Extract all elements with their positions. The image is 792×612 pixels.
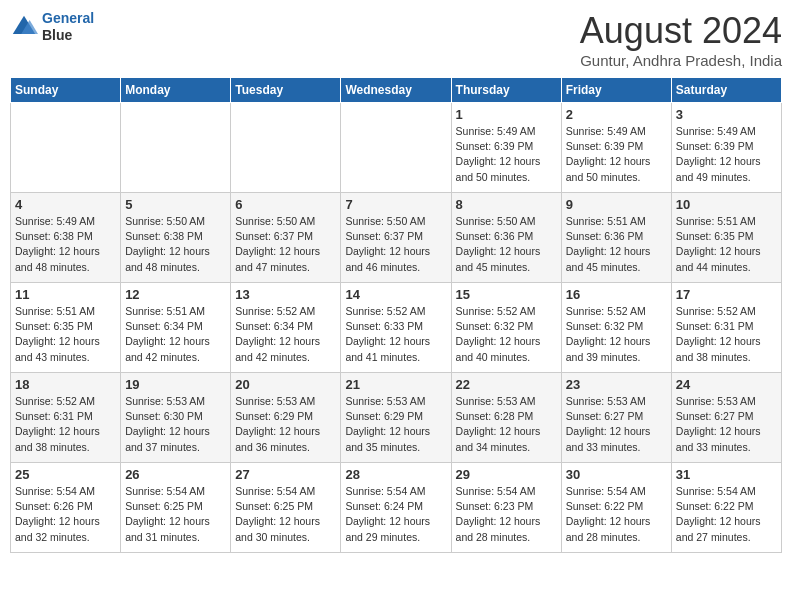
- calendar-cell: 4Sunrise: 5:49 AMSunset: 6:38 PMDaylight…: [11, 193, 121, 283]
- calendar-cell: 8Sunrise: 5:50 AMSunset: 6:36 PMDaylight…: [451, 193, 561, 283]
- logo-text: General Blue: [42, 10, 94, 44]
- day-detail: Sunrise: 5:49 AMSunset: 6:39 PMDaylight:…: [456, 124, 557, 185]
- day-detail: Sunrise: 5:51 AMSunset: 6:35 PMDaylight:…: [676, 214, 777, 275]
- logo-icon: [10, 13, 38, 41]
- day-number: 2: [566, 107, 667, 122]
- day-number: 5: [125, 197, 226, 212]
- calendar-cell: 6Sunrise: 5:50 AMSunset: 6:37 PMDaylight…: [231, 193, 341, 283]
- day-detail: Sunrise: 5:49 AMSunset: 6:38 PMDaylight:…: [15, 214, 116, 275]
- day-detail: Sunrise: 5:50 AMSunset: 6:38 PMDaylight:…: [125, 214, 226, 275]
- calendar-cell: 23Sunrise: 5:53 AMSunset: 6:27 PMDayligh…: [561, 373, 671, 463]
- weekday-header-row: SundayMondayTuesdayWednesdayThursdayFrid…: [11, 78, 782, 103]
- calendar-cell: [121, 103, 231, 193]
- day-number: 31: [676, 467, 777, 482]
- day-number: 22: [456, 377, 557, 392]
- weekday-header-tuesday: Tuesday: [231, 78, 341, 103]
- calendar-cell: [11, 103, 121, 193]
- day-detail: Sunrise: 5:50 AMSunset: 6:37 PMDaylight:…: [235, 214, 336, 275]
- day-number: 26: [125, 467, 226, 482]
- calendar-cell: 29Sunrise: 5:54 AMSunset: 6:23 PMDayligh…: [451, 463, 561, 553]
- day-number: 24: [676, 377, 777, 392]
- day-number: 7: [345, 197, 446, 212]
- calendar-cell: 17Sunrise: 5:52 AMSunset: 6:31 PMDayligh…: [671, 283, 781, 373]
- day-detail: Sunrise: 5:52 AMSunset: 6:33 PMDaylight:…: [345, 304, 446, 365]
- calendar-table: SundayMondayTuesdayWednesdayThursdayFrid…: [10, 77, 782, 553]
- day-number: 16: [566, 287, 667, 302]
- calendar-cell: 3Sunrise: 5:49 AMSunset: 6:39 PMDaylight…: [671, 103, 781, 193]
- day-detail: Sunrise: 5:54 AMSunset: 6:25 PMDaylight:…: [235, 484, 336, 545]
- day-detail: Sunrise: 5:52 AMSunset: 6:34 PMDaylight:…: [235, 304, 336, 365]
- day-detail: Sunrise: 5:51 AMSunset: 6:35 PMDaylight:…: [15, 304, 116, 365]
- day-detail: Sunrise: 5:50 AMSunset: 6:36 PMDaylight:…: [456, 214, 557, 275]
- day-number: 6: [235, 197, 336, 212]
- calendar-cell: 14Sunrise: 5:52 AMSunset: 6:33 PMDayligh…: [341, 283, 451, 373]
- day-detail: Sunrise: 5:53 AMSunset: 6:29 PMDaylight:…: [235, 394, 336, 455]
- day-number: 13: [235, 287, 336, 302]
- day-number: 30: [566, 467, 667, 482]
- day-number: 14: [345, 287, 446, 302]
- calendar-cell: 2Sunrise: 5:49 AMSunset: 6:39 PMDaylight…: [561, 103, 671, 193]
- weekday-header-wednesday: Wednesday: [341, 78, 451, 103]
- calendar-cell: 31Sunrise: 5:54 AMSunset: 6:22 PMDayligh…: [671, 463, 781, 553]
- day-number: 11: [15, 287, 116, 302]
- day-detail: Sunrise: 5:53 AMSunset: 6:27 PMDaylight:…: [566, 394, 667, 455]
- calendar-cell: 26Sunrise: 5:54 AMSunset: 6:25 PMDayligh…: [121, 463, 231, 553]
- day-number: 18: [15, 377, 116, 392]
- calendar-header: SundayMondayTuesdayWednesdayThursdayFrid…: [11, 78, 782, 103]
- calendar-cell: 21Sunrise: 5:53 AMSunset: 6:29 PMDayligh…: [341, 373, 451, 463]
- calendar-cell: 19Sunrise: 5:53 AMSunset: 6:30 PMDayligh…: [121, 373, 231, 463]
- calendar-cell: 28Sunrise: 5:54 AMSunset: 6:24 PMDayligh…: [341, 463, 451, 553]
- day-detail: Sunrise: 5:53 AMSunset: 6:30 PMDaylight:…: [125, 394, 226, 455]
- month-title: August 2024: [580, 10, 782, 52]
- day-number: 28: [345, 467, 446, 482]
- day-detail: Sunrise: 5:54 AMSunset: 6:22 PMDaylight:…: [676, 484, 777, 545]
- day-number: 15: [456, 287, 557, 302]
- weekday-header-monday: Monday: [121, 78, 231, 103]
- day-detail: Sunrise: 5:54 AMSunset: 6:25 PMDaylight:…: [125, 484, 226, 545]
- day-detail: Sunrise: 5:49 AMSunset: 6:39 PMDaylight:…: [566, 124, 667, 185]
- calendar-cell: 20Sunrise: 5:53 AMSunset: 6:29 PMDayligh…: [231, 373, 341, 463]
- logo: General Blue: [10, 10, 94, 44]
- calendar-cell: 16Sunrise: 5:52 AMSunset: 6:32 PMDayligh…: [561, 283, 671, 373]
- week-row-1: 1Sunrise: 5:49 AMSunset: 6:39 PMDaylight…: [11, 103, 782, 193]
- week-row-5: 25Sunrise: 5:54 AMSunset: 6:26 PMDayligh…: [11, 463, 782, 553]
- calendar-cell: [231, 103, 341, 193]
- calendar-cell: 27Sunrise: 5:54 AMSunset: 6:25 PMDayligh…: [231, 463, 341, 553]
- day-detail: Sunrise: 5:52 AMSunset: 6:31 PMDaylight:…: [676, 304, 777, 365]
- calendar-cell: 1Sunrise: 5:49 AMSunset: 6:39 PMDaylight…: [451, 103, 561, 193]
- day-number: 4: [15, 197, 116, 212]
- weekday-header-sunday: Sunday: [11, 78, 121, 103]
- day-number: 1: [456, 107, 557, 122]
- calendar-cell: 13Sunrise: 5:52 AMSunset: 6:34 PMDayligh…: [231, 283, 341, 373]
- calendar-cell: 15Sunrise: 5:52 AMSunset: 6:32 PMDayligh…: [451, 283, 561, 373]
- page-header: General Blue August 2024 Guntur, Andhra …: [10, 10, 782, 69]
- calendar-cell: 30Sunrise: 5:54 AMSunset: 6:22 PMDayligh…: [561, 463, 671, 553]
- week-row-4: 18Sunrise: 5:52 AMSunset: 6:31 PMDayligh…: [11, 373, 782, 463]
- calendar-body: 1Sunrise: 5:49 AMSunset: 6:39 PMDaylight…: [11, 103, 782, 553]
- day-detail: Sunrise: 5:53 AMSunset: 6:28 PMDaylight:…: [456, 394, 557, 455]
- title-block: August 2024 Guntur, Andhra Pradesh, Indi…: [580, 10, 782, 69]
- weekday-header-friday: Friday: [561, 78, 671, 103]
- week-row-3: 11Sunrise: 5:51 AMSunset: 6:35 PMDayligh…: [11, 283, 782, 373]
- day-detail: Sunrise: 5:52 AMSunset: 6:32 PMDaylight:…: [566, 304, 667, 365]
- day-number: 9: [566, 197, 667, 212]
- day-number: 25: [15, 467, 116, 482]
- day-number: 21: [345, 377, 446, 392]
- day-number: 8: [456, 197, 557, 212]
- day-detail: Sunrise: 5:51 AMSunset: 6:36 PMDaylight:…: [566, 214, 667, 275]
- day-detail: Sunrise: 5:54 AMSunset: 6:23 PMDaylight:…: [456, 484, 557, 545]
- day-number: 17: [676, 287, 777, 302]
- day-detail: Sunrise: 5:53 AMSunset: 6:27 PMDaylight:…: [676, 394, 777, 455]
- day-detail: Sunrise: 5:49 AMSunset: 6:39 PMDaylight:…: [676, 124, 777, 185]
- day-number: 3: [676, 107, 777, 122]
- calendar-cell: 11Sunrise: 5:51 AMSunset: 6:35 PMDayligh…: [11, 283, 121, 373]
- day-detail: Sunrise: 5:54 AMSunset: 6:22 PMDaylight:…: [566, 484, 667, 545]
- day-number: 27: [235, 467, 336, 482]
- day-number: 12: [125, 287, 226, 302]
- weekday-header-saturday: Saturday: [671, 78, 781, 103]
- calendar-cell: 22Sunrise: 5:53 AMSunset: 6:28 PMDayligh…: [451, 373, 561, 463]
- weekday-header-thursday: Thursday: [451, 78, 561, 103]
- day-number: 23: [566, 377, 667, 392]
- calendar-cell: [341, 103, 451, 193]
- calendar-cell: 12Sunrise: 5:51 AMSunset: 6:34 PMDayligh…: [121, 283, 231, 373]
